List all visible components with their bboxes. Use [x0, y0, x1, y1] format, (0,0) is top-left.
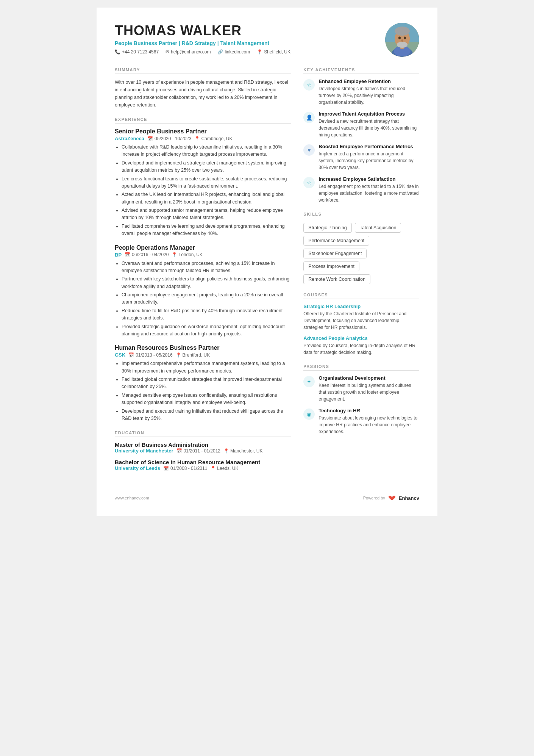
header: THOMAS WALKER People Business Partner | …: [115, 23, 419, 57]
passion-2-icon: ◉: [303, 409, 315, 420]
achievement-3-content: Boosted Employee Performance Metrics Imp…: [319, 144, 419, 171]
edu-2-degree: Bachelor of Science in Human Resource Ma…: [115, 459, 291, 465]
job-3-dates: 📅 01/2013 - 05/2016: [128, 352, 172, 358]
course-2-desc: Provided by Coursera, teaching in-depth …: [303, 342, 419, 356]
location-icon: 📍: [257, 49, 262, 55]
phone-item: 📞 +44 20 7123 4567: [115, 49, 159, 55]
svg-point-8: [397, 42, 408, 48]
body-columns: SUMMARY With over 10 years of experience…: [115, 67, 419, 479]
passion-2-desc: Passionate about leveraging new technolo…: [319, 415, 419, 435]
bullet-item: Provided strategic guidance on workforce…: [122, 323, 291, 338]
svg-point-10: [404, 37, 406, 39]
footer: www.enhancv.com Powered by Enhancv: [115, 491, 419, 501]
achievement-1: ☆ Enhanced Employee Retention Developed …: [303, 78, 419, 106]
achievement-2-icon: 👤: [303, 112, 315, 123]
job-2-location: 📍 London, UK: [172, 252, 202, 257]
location-value: Sheffield, UK: [264, 49, 290, 55]
svg-point-7: [395, 27, 410, 36]
achievements-section: KEY ACHIEVEMENTS ☆ Enhanced Employee Ret…: [303, 67, 419, 203]
job-3-bullets: Implemented comprehensive performance ma…: [115, 360, 291, 422]
summary-section: SUMMARY With over 10 years of experience…: [115, 67, 291, 109]
passion-1-title: Organisational Development: [319, 375, 419, 381]
bullet-item: Collaborated with R&D leadership to stre…: [122, 144, 291, 158]
job-2-dates: 📅 06/2016 - 04/2020: [125, 252, 169, 257]
passion-2-content: Technology in HR Passionate about levera…: [319, 408, 419, 435]
skill-2: Talent Acquisition: [355, 223, 401, 233]
job-1-meta: AstraZeneca 📅 05/2020 - 10/2023 📍 Cambri…: [115, 136, 291, 141]
location-item: 📍 Sheffield, UK: [257, 49, 290, 55]
pin-icon-1: 📍: [194, 136, 200, 141]
powered-by-text: Powered by: [363, 496, 385, 500]
achievement-1-content: Enhanced Employee Retention Developed st…: [319, 78, 419, 106]
bullet-item: Partnered with key stakeholders to align…: [122, 275, 291, 290]
job-1-title: Senior People Business Partner: [115, 128, 291, 135]
edu-2-location: 📍 Leeds, UK: [210, 466, 238, 471]
calendar-icon-2: 📅: [125, 252, 130, 257]
job-2-meta: BP 📅 06/2016 - 04/2020 📍 London, UK: [115, 252, 291, 258]
candidate-subtitle: People Business Partner | R&D Strategy |…: [115, 40, 385, 46]
job-2-bullets: Oversaw talent and performance processes…: [115, 260, 291, 338]
footer-brand: Powered by Enhancv: [363, 495, 419, 501]
achievement-2-content: Improved Talent Acquisition Process Devi…: [319, 111, 419, 138]
email-icon: ✉: [166, 49, 169, 55]
candidate-name: THOMAS WALKER: [115, 23, 385, 39]
skills-title: SKILLS: [303, 212, 419, 218]
passion-1-icon: ✦: [303, 376, 315, 387]
achievement-1-desc: Developed strategic initiatives that red…: [319, 85, 419, 106]
candidate-photo: [385, 23, 419, 57]
pin-icon-edu2: 📍: [210, 466, 216, 471]
achievement-3-icon: ♥: [303, 144, 315, 156]
bullet-item: Acted as the UK lead on international HR…: [122, 191, 291, 206]
pin-icon-3: 📍: [176, 352, 181, 358]
job-3-company: GSK: [115, 352, 125, 358]
bullet-item: Managed sensitive employee issues confid…: [122, 392, 291, 407]
passion-1-desc: Keen interest in building systems and cu…: [319, 382, 419, 402]
linkedin-value: linkedin.com: [225, 49, 250, 55]
contact-info: 📞 +44 20 7123 4567 ✉ help@enhancv.com 🔗 …: [115, 49, 385, 55]
achievement-4: ☆ Increased Employee Satisfaction Led en…: [303, 176, 419, 203]
achievement-3-title: Boosted Employee Performance Metrics: [319, 144, 419, 149]
linkedin-icon: 🔗: [217, 49, 223, 55]
calendar-icon-3: 📅: [128, 352, 134, 358]
job-3: Human Resources Business Partner GSK 📅 0…: [115, 344, 291, 422]
achievement-3: ♥ Boosted Employee Performance Metrics I…: [303, 144, 419, 171]
passions-section: PASSIONS ✦ Organisational Development Ke…: [303, 364, 419, 435]
achievement-2-title: Improved Talent Acquisition Process: [319, 111, 419, 117]
calendar-icon-edu2: 📅: [163, 466, 169, 471]
skill-5: Process Improvement: [303, 261, 359, 271]
bullet-item: Facilitated global communication strateg…: [122, 376, 291, 391]
course-1-title: Strategic HR Leadership: [303, 304, 419, 309]
skills-section: SKILLS Strategic Planning Talent Acquisi…: [303, 212, 419, 284]
skill-4: Stakeholder Engagement: [303, 249, 367, 258]
edu-2-dates: 📅 01/2008 - 01/2011: [163, 466, 207, 471]
bullet-item: Championed employee engagement projects,…: [122, 291, 291, 306]
job-2-title: People Operations Manager: [115, 244, 291, 251]
achievement-2-desc: Devised a new recruitment strategy that …: [319, 118, 419, 138]
passions-title: PASSIONS: [303, 364, 419, 371]
course-2-title: Advanced People Analytics: [303, 335, 419, 341]
email-item: ✉ help@enhancv.com: [166, 49, 211, 55]
job-1-company: AstraZeneca: [115, 136, 144, 141]
passion-1: ✦ Organisational Development Keen intere…: [303, 375, 419, 402]
job-3-meta: GSK 📅 01/2013 - 05/2016 📍 Brentford, UK: [115, 352, 291, 358]
edu-2-meta: University of Leeds 📅 01/2008 - 01/2011 …: [115, 465, 291, 471]
achievement-4-icon: ☆: [303, 177, 315, 188]
edu-1-degree: Master of Business Administration: [115, 441, 291, 448]
bullet-item: Developed and implemented a strategic ta…: [122, 160, 291, 174]
edu-1-meta: University of Manchester 📅 01/2011 - 01/…: [115, 448, 291, 454]
enhancv-logo-text: Enhancv: [399, 495, 419, 501]
achievement-4-desc: Led engagement projects that led to a 15…: [319, 183, 419, 203]
course-1-desc: Offered by the Chartered Institute of Pe…: [303, 310, 419, 331]
edu-1: Master of Business Administration Univer…: [115, 441, 291, 454]
summary-text: With over 10 years of experience in peop…: [115, 78, 291, 109]
job-3-location: 📍 Brentford, UK: [176, 352, 210, 358]
job-2: People Operations Manager BP 📅 06/2016 -…: [115, 244, 291, 338]
achievement-3-desc: Implemented a performance management sys…: [319, 150, 419, 171]
courses-title: COURSES: [303, 293, 419, 299]
left-column: SUMMARY With over 10 years of experience…: [115, 67, 291, 479]
bullet-item: Implemented comprehensive performance ma…: [122, 360, 291, 375]
footer-url: www.enhancv.com: [115, 496, 149, 500]
bullet-item: Reduced time-to-fill for R&D positions b…: [122, 307, 291, 322]
skill-6: Remote Work Coordination: [303, 274, 370, 284]
achievements-title: KEY ACHIEVEMENTS: [303, 67, 419, 74]
